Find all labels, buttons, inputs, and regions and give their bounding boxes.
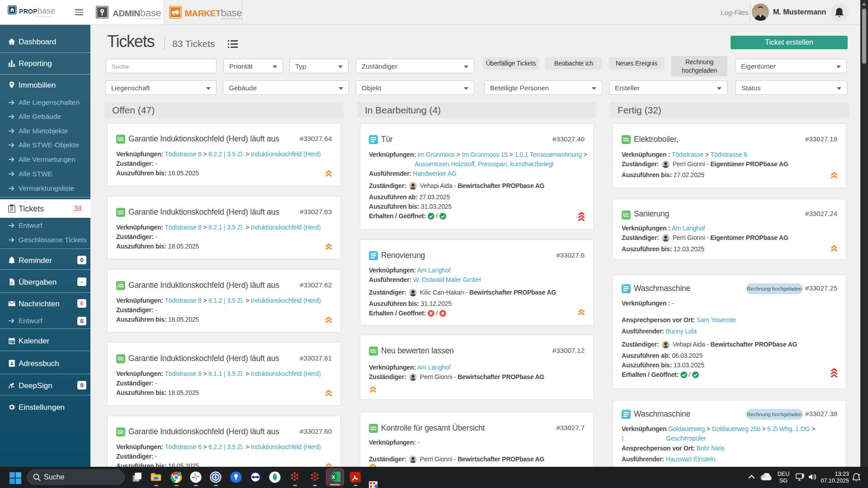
svg-text:M: M — [178, 472, 181, 476]
svg-text:z: z — [859, 473, 860, 477]
svg-text:X: X — [332, 474, 335, 480]
